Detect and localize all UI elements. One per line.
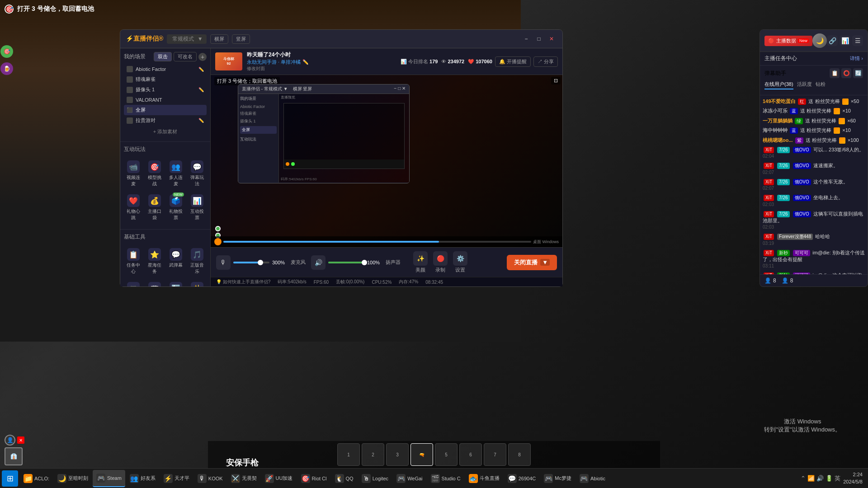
layout-horizontal[interactable]: 横屏	[210, 34, 228, 44]
clip-btn[interactable]: 🔴	[433, 251, 448, 266]
chat-msg-1: 149不爱吃蛋白 红 送 粉丝荧光棒 ×50	[763, 98, 865, 105]
task-center-header: 主播任务中心 详情 ›	[760, 52, 868, 66]
tool-costume[interactable]: ✨ 装扮	[187, 279, 207, 286]
taskbar-app-dark[interactable]: 🌙 至暗时刻	[54, 470, 92, 487]
go-live-dropdown[interactable]: ▼	[540, 259, 550, 266]
taskbar-app-kook[interactable]: 🎙 KOOK	[194, 470, 226, 487]
battery-icon[interactable]: 🔋	[826, 475, 833, 482]
tool-room-manager[interactable]: 📖 房管手册	[145, 279, 165, 286]
scene-item-abiotic[interactable]: Abiotic Factor ✏️	[124, 64, 207, 74]
taskbar-app-riot[interactable]: 🎯 Riot Cl	[297, 470, 330, 487]
tool-bullet-screen[interactable]: 💬 武弹幕	[166, 245, 186, 277]
add-source-btn[interactable]: + 添加素材	[124, 126, 207, 138]
cover-label[interactable]: 修改封面	[247, 66, 396, 72]
scene-item-fullscreen[interactable]: ⬛ 全屏	[124, 105, 207, 115]
sidebar-icon-2[interactable]: 🍺	[0, 62, 13, 75]
bell-button[interactable]: 🔔 开播提醒	[495, 56, 531, 67]
scene-item-soul[interactable]: 猎魂麻雀	[124, 74, 207, 84]
scene-item-camera[interactable]: 摄像头 1 ✏️	[124, 84, 207, 95]
tool-model-challenge[interactable]: 🎯 模型挑战	[145, 158, 165, 190]
tool-music[interactable]: 🎵 正版音乐	[187, 245, 207, 277]
gift-icon	[834, 108, 840, 114]
bottom-left-hud: 👤 ✕ 👔	[5, 435, 24, 465]
taskbar-app-aclo[interactable]: 📁 ACLO:	[20, 470, 53, 487]
start-button[interactable]: ⊞	[2, 470, 18, 487]
rename-btn[interactable]: 可改名	[174, 52, 197, 61]
bullet-icon-btn-3[interactable]: 🔄	[853, 68, 863, 78]
taskbar-app-uu[interactable]: 🚀 UU加速	[261, 470, 297, 487]
tool-bullet-play[interactable]: 💬 弹幕玩法	[187, 158, 207, 190]
taskbar-app-qq[interactable]: 🐧 QQ	[331, 470, 357, 487]
detail-link[interactable]: 详情 ›	[850, 55, 863, 62]
settings-btn[interactable]: ⚙️	[453, 251, 467, 266]
go-live-button[interactable]: 关闭直播 ▼	[507, 255, 557, 270]
chat-msg-4: 海中钟钟钟 蓝 送 粉丝荧光棒 ×10	[763, 127, 865, 134]
taskbar-app-studio[interactable]: 🎬 Studio C	[427, 470, 464, 487]
taskbar-app-abiotic[interactable]: 🎮 Abiotic	[576, 470, 609, 487]
ime-icon[interactable]: 英	[835, 474, 840, 483]
settings-control[interactable]: ⚙️ 设置	[453, 251, 467, 273]
expand-icon[interactable]: ⌃	[801, 475, 806, 482]
edit-icon[interactable]: ✏️	[198, 118, 204, 123]
bullet-icon-btn-2[interactable]: ⭕	[841, 68, 851, 78]
beauty-btn[interactable]: ✨	[413, 251, 428, 266]
add-scene-btn[interactable]: +	[198, 53, 207, 61]
scene-item-lagui[interactable]: 拉贵游对 ✏️	[124, 115, 207, 126]
broadcaster-data-btn[interactable]: 🔴 主播数据 New	[764, 36, 812, 46]
header-icon-1[interactable]: 🔗	[827, 35, 838, 46]
help-text[interactable]: 💡 如何快速上手直播伴侣?	[216, 279, 270, 285]
maximize-button[interactable]: □	[533, 33, 544, 44]
header-icon-2[interactable]: 📊	[840, 35, 850, 46]
tool-scene-switcher[interactable]: 🔄 场景切换器	[166, 279, 186, 286]
beauty-control[interactable]: ✨ 美颜	[413, 251, 428, 273]
mic-slider[interactable]	[233, 262, 269, 263]
preview-fullscreen-btn[interactable]: ⊡	[551, 77, 561, 84]
mode-selector[interactable]: 常规模式 ▼	[167, 34, 206, 44]
taskbar-app-friends[interactable]: 👥 好友系	[126, 470, 159, 487]
tool-task-center[interactable]: 📋 任务中心	[124, 245, 143, 277]
tab-online[interactable]: 在线用户(38)	[764, 81, 793, 89]
sidebar-icon-1[interactable]: 🎯	[0, 45, 13, 58]
tool-star-task[interactable]: ⭐ 星海任务	[145, 245, 165, 277]
window-content: 我的场景 双击 可改名 + Abiotic Factor ✏️ 猎魂麻雀	[120, 48, 562, 286]
tool-broadcaster-pocket[interactable]: 💰 主播口袋	[145, 192, 165, 224]
doubleclick-btn[interactable]: 双击	[154, 52, 172, 61]
speaker-btn[interactable]: 🔊	[311, 255, 326, 270]
bullet-icon-btn-1[interactable]: 📋	[830, 68, 840, 78]
edit-icon[interactable]: ✏️	[198, 87, 204, 92]
clip-control[interactable]: 🔴 录制	[433, 251, 448, 273]
close-button[interactable]: ✕	[546, 33, 557, 44]
layout-vertical[interactable]: 竖屏	[232, 34, 250, 44]
chat-text: 可以... 233签/68人的。	[813, 147, 864, 152]
taskbar-app-steam[interactable]: 🎮 Steam	[93, 470, 125, 487]
header-icon-3[interactable]: ☰	[852, 35, 863, 46]
share-button[interactable]: ↗ 分享	[533, 56, 558, 67]
taskbar-app-26904[interactable]: 💬 26904C	[504, 470, 540, 487]
tool-multi-link[interactable]: 👥 多人连麦	[166, 158, 186, 190]
edit-icon[interactable]: ✏️	[198, 67, 204, 72]
taskbar-app-mc[interactable]: 🎮 Mc梦捷	[540, 470, 575, 487]
left-panel: 我的场景 双击 可改名 + Abiotic Factor ✏️ 猎魂麻雀	[120, 48, 211, 286]
app-icon: 🚀	[265, 474, 274, 483]
taskbar-app-wegame[interactable]: 🎮 WeGai	[393, 470, 426, 487]
badge-xit: XiT	[764, 147, 774, 153]
network-icon[interactable]: 📶	[807, 475, 815, 482]
mic-btn[interactable]: 🎙	[216, 255, 231, 270]
tool-video-link[interactable]: 📹 视频连麦	[124, 158, 143, 190]
stat-hearts: ❤️ 107060	[468, 59, 492, 65]
taskbar-app-douyu[interactable]: 🐟 斗鱼直播	[465, 470, 503, 487]
sound-icon[interactable]: 🔊	[816, 475, 824, 482]
minimize-button[interactable]: −	[521, 33, 532, 44]
taskbar-app-genius[interactable]: ⚡ 天才平	[160, 470, 193, 487]
tool-interactive-vote[interactable]: 📊 互动投票	[187, 192, 207, 224]
tool-gift-vote[interactable]: 🗳️NEW 礼物投票	[166, 192, 186, 224]
tab-active[interactable]: 活跃度	[797, 81, 812, 89]
tool-gift-heart[interactable]: ❤️ 礼物心跳	[124, 192, 143, 224]
taskbar-clock[interactable]: 2:24 2024/5/8	[843, 471, 863, 485]
scene-item-valorant[interactable]: VALORANT	[124, 95, 207, 105]
tab-fans[interactable]: 钻粉	[816, 81, 826, 89]
tool-bullet-game[interactable]: 🎮 弹幕局	[124, 279, 143, 286]
speaker-slider[interactable]	[328, 262, 364, 263]
taskbar-app-logitech[interactable]: 🖱 Logitec	[358, 470, 392, 487]
taskbar-app-valorant[interactable]: ⚔️ 无畏契	[227, 470, 260, 487]
